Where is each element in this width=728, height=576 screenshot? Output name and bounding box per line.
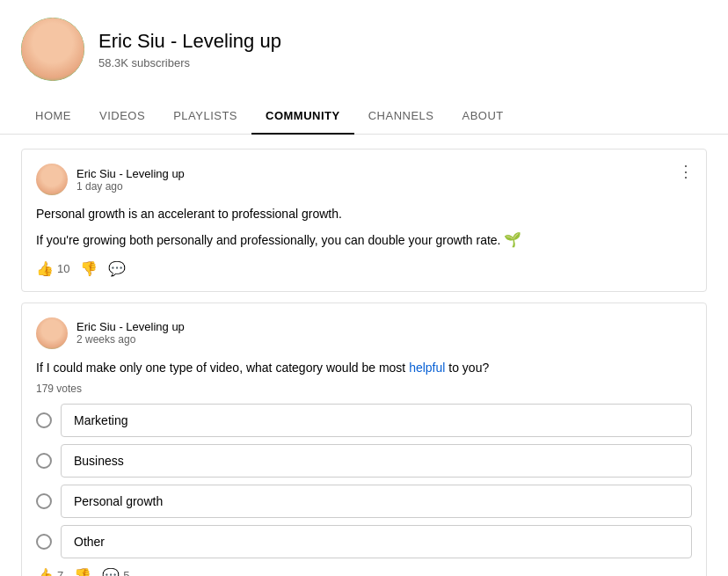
tab-home[interactable]: HOME xyxy=(21,98,85,135)
poll-option-4[interactable]: Other xyxy=(36,525,692,558)
like-button-2[interactable]: 👍 7 xyxy=(36,567,63,576)
post-header-2: Eric Siu - Leveling up 2 weeks ago xyxy=(36,317,692,349)
comment-button-2[interactable]: 💬 5 xyxy=(102,567,129,576)
post-time-2: 2 weeks ago xyxy=(76,333,185,346)
poll-label-2[interactable]: Business xyxy=(61,444,692,478)
thumbs-down-icon-2: 👎 xyxy=(74,567,91,576)
post-time-1: 1 day ago xyxy=(76,180,185,193)
poll-highlight-word: helpful xyxy=(409,361,445,375)
post-card-2: Eric Siu - Leveling up 2 weeks ago If I … xyxy=(21,303,707,576)
comment-icon-2: 💬 xyxy=(102,567,120,576)
thumbs-up-icon-1: 👍 xyxy=(36,260,54,277)
post-meta-1: Eric Siu - Leveling up 1 day ago xyxy=(76,167,185,193)
channel-avatar-face xyxy=(21,18,84,81)
poll-votes: 179 votes xyxy=(36,383,692,395)
post-actions-1: 👍 10 👎 💬 xyxy=(36,260,692,277)
tab-community[interactable]: COMMUNITY xyxy=(251,98,354,135)
seedling-icon: 🌱 xyxy=(504,229,521,252)
thumbs-down-icon-1: 👎 xyxy=(80,260,98,277)
content-area: Eric Siu - Leveling up 1 day ago ⋮ Perso… xyxy=(0,135,728,576)
channel-header: Eric Siu - Leveling up 58.3K subscribers xyxy=(0,0,728,98)
post-author-1: Eric Siu - Leveling up xyxy=(76,167,185,180)
post-avatar-2 xyxy=(36,317,68,349)
poll-radio-1[interactable] xyxy=(36,412,52,428)
dislike-button-1[interactable]: 👎 xyxy=(80,260,98,277)
poll-radio-4[interactable] xyxy=(36,534,52,550)
comment-icon-1: 💬 xyxy=(108,260,126,277)
poll-radio-3[interactable] xyxy=(36,493,52,509)
nav-tabs: HOME VIDEOS PLAYLISTS COMMUNITY CHANNELS… xyxy=(0,98,728,135)
like-button-1[interactable]: 👍 10 xyxy=(36,260,69,277)
post-menu-1[interactable]: ⋮ xyxy=(678,162,694,181)
tab-playlists[interactable]: PLAYLISTS xyxy=(159,98,251,135)
channel-info: Eric Siu - Leveling up 58.3K subscribers xyxy=(98,30,281,69)
post-avatar-1 xyxy=(36,164,68,195)
dislike-button-2[interactable]: 👎 xyxy=(74,567,91,576)
poll-option-1[interactable]: Marketing xyxy=(36,404,692,437)
like-count-2: 7 xyxy=(57,569,63,576)
like-count-1: 10 xyxy=(57,262,69,275)
poll-radio-2[interactable] xyxy=(36,453,52,469)
poll-label-3[interactable]: Personal growth xyxy=(61,485,692,518)
post-header-1: Eric Siu - Leveling up 1 day ago xyxy=(36,164,692,195)
comment-count-2: 5 xyxy=(123,569,129,576)
post-text-1b: If you're growing both personally and pr… xyxy=(36,229,692,252)
post-author-2: Eric Siu - Leveling up xyxy=(76,320,185,333)
tab-videos[interactable]: VIDEOS xyxy=(85,98,159,135)
channel-name: Eric Siu - Leveling up xyxy=(98,30,281,53)
channel-avatar xyxy=(21,18,84,81)
poll-question: If I could make only one type of video, … xyxy=(36,358,692,377)
post-actions-2: 👍 7 👎 💬 5 xyxy=(36,567,692,576)
comment-button-1[interactable]: 💬 xyxy=(108,260,126,277)
post-text-1a: Personal growth is an accelerant to prof… xyxy=(36,204,692,223)
poll-label-1[interactable]: Marketing xyxy=(61,404,692,437)
poll-option-2[interactable]: Business xyxy=(36,444,692,478)
poll-label-4[interactable]: Other xyxy=(61,525,692,558)
poll-option-3[interactable]: Personal growth xyxy=(36,485,692,518)
tab-channels[interactable]: CHANNELS xyxy=(354,98,448,135)
post-meta-2: Eric Siu - Leveling up 2 weeks ago xyxy=(76,320,185,346)
thumbs-up-icon-2: 👍 xyxy=(36,567,54,576)
tab-about[interactable]: ABOUT xyxy=(448,98,518,135)
channel-subscribers: 58.3K subscribers xyxy=(98,56,281,69)
post-card-1: Eric Siu - Leveling up 1 day ago ⋮ Perso… xyxy=(21,149,707,292)
